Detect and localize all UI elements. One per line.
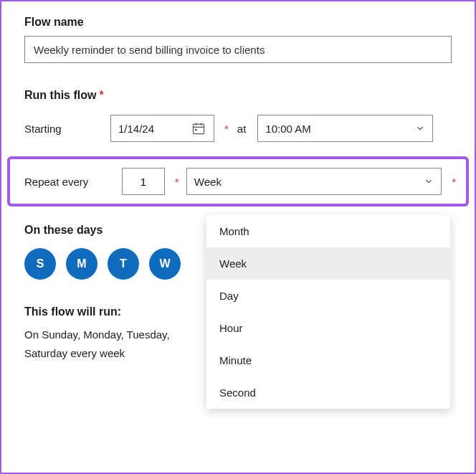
repeat-unit-value: Week bbox=[194, 176, 222, 188]
start-time-select[interactable]: 10:00 AM bbox=[257, 115, 433, 142]
flow-schedule-panel: Flow name Run this flow* Starting 1/14/2… bbox=[0, 0, 476, 474]
repeat-unit-dropdown: Month Week Day Hour Minute Second bbox=[206, 215, 450, 409]
chevron-down-icon bbox=[415, 123, 425, 133]
start-date-value: 1/14/24 bbox=[118, 123, 154, 135]
starting-row: Starting 1/14/24 * at 10:00 AM bbox=[24, 115, 452, 142]
required-asterisk: * bbox=[175, 176, 179, 188]
starting-label: Starting bbox=[24, 123, 103, 135]
required-asterisk: * bbox=[99, 89, 103, 101]
dropdown-option-week[interactable]: Week bbox=[206, 247, 450, 280]
svg-rect-4 bbox=[195, 129, 197, 131]
repeat-unit-select[interactable]: Week bbox=[186, 168, 442, 195]
chevron-down-icon bbox=[424, 176, 434, 186]
run-this-flow-label-text: Run this flow bbox=[24, 89, 96, 101]
calendar-icon bbox=[191, 121, 206, 136]
flow-name-label: Flow name bbox=[24, 16, 452, 29]
dropdown-option-minute[interactable]: Minute bbox=[206, 344, 450, 376]
dropdown-option-hour[interactable]: Hour bbox=[206, 312, 450, 344]
svg-rect-0 bbox=[194, 124, 204, 133]
at-label: at bbox=[237, 123, 247, 135]
run-this-flow-section: Run this flow* Starting 1/14/24 * at bbox=[24, 89, 452, 142]
repeat-every-label: Repeat every bbox=[24, 176, 115, 188]
day-pill-wed[interactable]: W bbox=[149, 248, 181, 280]
dropdown-option-month[interactable]: Month bbox=[206, 215, 450, 247]
flow-summary-text: On Sunday, Monday, Tuesday, Saturday eve… bbox=[24, 326, 211, 362]
flow-name-input[interactable] bbox=[24, 36, 452, 63]
required-asterisk: * bbox=[224, 123, 229, 135]
dropdown-option-second[interactable]: Second bbox=[206, 376, 450, 409]
start-date-input[interactable]: 1/14/24 bbox=[110, 115, 214, 142]
start-time-value: 10:00 AM bbox=[265, 123, 310, 135]
repeat-count-input[interactable] bbox=[122, 168, 165, 195]
day-pill-mon[interactable]: M bbox=[66, 248, 97, 280]
repeat-every-highlight: Repeat every * Week * bbox=[7, 156, 469, 207]
required-asterisk: * bbox=[452, 176, 456, 188]
day-pill-sun[interactable]: S bbox=[24, 248, 56, 280]
dropdown-option-day[interactable]: Day bbox=[206, 280, 450, 312]
day-pill-tue[interactable]: T bbox=[108, 248, 139, 280]
run-this-flow-label: Run this flow* bbox=[24, 89, 452, 102]
